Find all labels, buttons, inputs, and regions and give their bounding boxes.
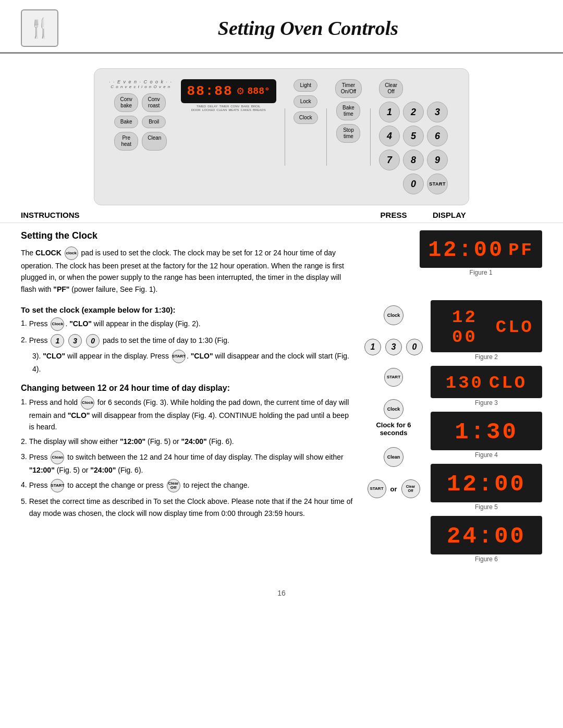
oven-label-timer: TIMER: [219, 105, 229, 108]
step2-num: 2.: [21, 334, 27, 346]
press-item-1: Clock: [365, 300, 422, 331]
numpad-0[interactable]: 0: [403, 174, 424, 194]
col-headers: INSTRUCTIONS PRESS DISPLAY: [0, 211, 563, 223]
page-header: 🍴 Setting Oven Controls: [0, 0, 563, 54]
numpad-start[interactable]: START: [427, 174, 448, 194]
instructions-col: To set the clock (example below for 1:30…: [21, 300, 354, 568]
oven-btn-bake-time[interactable]: Baketime: [336, 102, 360, 120]
numpad-4[interactable]: 4: [379, 126, 400, 146]
press-start-btn-1[interactable]: START: [384, 368, 403, 387]
step5-num: 3.: [21, 451, 27, 462]
oven-btn-conv-roast[interactable]: Convroast: [142, 93, 166, 112]
press-clean-btn[interactable]: Clean: [384, 447, 403, 467]
oven-btn-lock[interactable]: Lock: [293, 95, 317, 108]
oven-label-cakes: CAKES: [241, 108, 251, 112]
inline-start-btn-s2[interactable]: START: [172, 350, 186, 363]
inline-1-btn[interactable]: 1: [51, 334, 64, 348]
press-clock-btn-1[interactable]: Clock: [384, 305, 403, 325]
numpad-8[interactable]: 8: [403, 150, 424, 170]
figure-3-display: 130 CLO: [431, 366, 542, 398]
oven-numpad: 1 2 3 4 5 6 7 8 9 0 START: [379, 102, 448, 194]
fig2-caption: Figure 2: [431, 353, 542, 361]
page-title: Setting Oven Controls: [74, 17, 542, 40]
oven-brand-label: · · E v e n · C o o k · ·: [109, 79, 173, 84]
page-number: 16: [0, 589, 563, 597]
inline-0-btn[interactable]: 0: [86, 334, 100, 348]
oven-label-broil: BROIL: [251, 105, 261, 108]
step7-num: 5.: [21, 496, 27, 507]
step7-text: Reset the correct time as described in T…: [29, 496, 354, 519]
instruction-step5: 3. Press Clean to switch between the 12 …: [21, 451, 354, 476]
press-clear-off-btn-2[interactable]: ClearOff: [401, 479, 420, 498]
oven-btn-stop-time[interactable]: Stoptime: [336, 124, 360, 143]
oven-label-delay: DELAY: [207, 105, 217, 108]
oven-btn-bake[interactable]: Bake: [114, 116, 138, 128]
fig3-clo: CLO: [489, 373, 527, 393]
fig3-caption: Figure 3: [431, 399, 542, 406]
inline-clock-btn-s3[interactable]: Clock: [81, 396, 94, 410]
fig4-time: 1:30: [455, 419, 518, 445]
oven-btn-timer-onoff[interactable]: TimerOn/Off: [335, 79, 362, 98]
sub1-heading: To set the clock (example below for 1:30…: [21, 305, 354, 314]
inline-start-btn-s6[interactable]: START: [51, 479, 64, 492]
oven-label-clean: CLEAN: [216, 108, 227, 112]
header-instructions: INSTRUCTIONS: [21, 211, 339, 219]
numpad-5[interactable]: 5: [403, 126, 424, 146]
press-side: Clock 1 3 0 START Clock Clock for 6 seco…: [365, 300, 422, 568]
instruction-step6: 4. Press START to accept the change or p…: [21, 479, 354, 492]
numpad-2[interactable]: 2: [403, 102, 424, 122]
header-press: PRESS: [365, 211, 422, 219]
oven-btn-preheat[interactable]: Preheat: [114, 132, 138, 151]
instruction-step4: 2. The display will show either "12:00" …: [21, 436, 354, 447]
oven-label-conv: CONV: [230, 105, 239, 108]
inline-clean-btn-s5[interactable]: Clean: [51, 451, 64, 464]
press-item-4: Clock Clock for 6 seconds: [365, 394, 422, 442]
step2-text: Press 1 3 0 pads to set the time of day …: [29, 334, 229, 348]
press-start-btn-2[interactable]: START: [368, 479, 386, 498]
inline-clock-btn-s1[interactable]: Clock: [51, 317, 64, 331]
press-display-col: Clock 1 3 0 START Clock Clock for 6 seco…: [365, 300, 542, 568]
numpad-6[interactable]: 6: [427, 126, 448, 146]
numpad-1[interactable]: 1: [379, 102, 400, 122]
step3-num: 1.: [21, 396, 27, 408]
press-item-5: Clean: [365, 442, 422, 473]
oven-btn-clock[interactable]: Clock: [293, 112, 318, 124]
numpad-7[interactable]: 7: [379, 150, 400, 170]
instruction-step3: 1. Press and hold Clock for 6 seconds (F…: [21, 396, 354, 433]
numpad-9[interactable]: 9: [427, 150, 448, 170]
step6-text: Press START to accept the change or pres…: [29, 479, 250, 492]
fig5-caption: Figure 5: [431, 503, 542, 511]
inline-clear-btn-s6[interactable]: ClearOff: [167, 479, 180, 492]
oven-btn-broil[interactable]: Broil: [142, 116, 166, 128]
press-for-6-seconds: Clock for 6 seconds: [365, 421, 422, 437]
press-num-0[interactable]: 0: [406, 339, 423, 355]
figure-4-display: 1:30: [431, 412, 542, 450]
press-num-1[interactable]: 1: [364, 339, 381, 355]
fig2-time: 12 00: [439, 307, 491, 347]
press-item-3: START: [365, 363, 422, 394]
step3-text: Press and hold Clock for 6 seconds (Fig.…: [29, 396, 354, 433]
oven-label-door: DOOR: [191, 108, 201, 112]
oven-fan-icon: ⚙: [236, 85, 244, 97]
press-clock-btn-2[interactable]: Clock: [384, 399, 403, 419]
oven-label-locked: LOCKED: [202, 108, 215, 112]
oven-btn-clean[interactable]: Clean: [142, 132, 167, 151]
oven-btn-clear-off[interactable]: ClearOff: [379, 79, 403, 98]
instruction-step1: 1. Press Clock. "CLO" will appear in the…: [21, 317, 354, 331]
figure-1-display: 12:00 PF: [420, 230, 542, 268]
numpad-3[interactable]: 3: [427, 102, 448, 122]
press-num-3[interactable]: 3: [385, 339, 402, 355]
header-display: DISPLAY: [433, 211, 542, 219]
oven-temp-display: 888°: [248, 86, 270, 96]
oven-btn-conv-bake[interactable]: Convbake: [114, 93, 138, 112]
oven-btn-light[interactable]: Light: [293, 79, 317, 92]
step4-num: 2.: [21, 436, 27, 447]
inline-3-btn[interactable]: 3: [68, 334, 82, 348]
intro-text: The CLOCK clock pad is used to set the c…: [21, 246, 354, 295]
oven-label-timed: TIMED: [197, 105, 206, 108]
step1-num: 1.: [21, 317, 27, 329]
display-side: 12 00 CLO Figure 2 130 CLO Figure 3 1:30…: [431, 300, 542, 568]
step4-text: The display will show either "12:00" (Fi…: [29, 436, 234, 447]
fig1-caption: Figure 1: [420, 269, 542, 276]
figure-2-display: 12 00 CLO: [431, 300, 542, 352]
